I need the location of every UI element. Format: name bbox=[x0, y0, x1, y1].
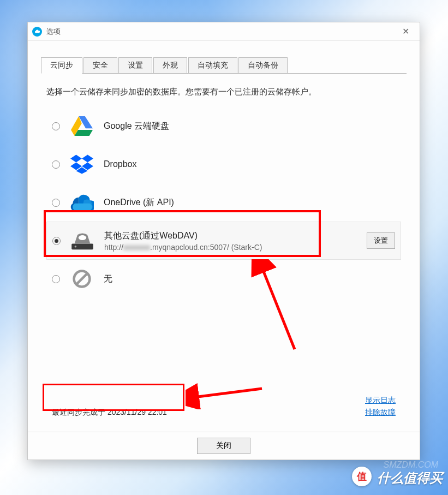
dialog-content: 云同步 安全 设置 外观 自动填充 自动备份 选择一个云储存来同步加密的数据库。… bbox=[28, 41, 420, 432]
titlebar: 选项 ✕ bbox=[28, 22, 420, 41]
option-onedrive[interactable]: OneDrive (新 API) bbox=[46, 183, 401, 222]
watermark-faint: SMZDM.COM bbox=[384, 460, 438, 470]
radio-none[interactable] bbox=[52, 275, 60, 283]
tab-body: 选择一个云储存来同步加密的数据库。您需要有一个已注册的云储存帐户。 Google… bbox=[41, 74, 407, 432]
sync-status: 最近同步完成于 2023/11/29 22:01 bbox=[52, 408, 167, 418]
dropbox-icon bbox=[70, 153, 94, 175]
none-icon bbox=[70, 268, 94, 290]
radio-onedrive[interactable] bbox=[52, 199, 60, 207]
webdav-url: http://xxxxxxx.myqnapcloud.cn:5007/ (Sta… bbox=[104, 243, 357, 252]
option-label: Dropbox bbox=[104, 159, 396, 169]
svg-line-4 bbox=[76, 273, 87, 284]
svg-point-2 bbox=[79, 235, 86, 240]
option-label: 其他云盘(通过WebDAV) bbox=[104, 230, 357, 242]
tab-bar: 云同步 安全 设置 外观 自动填充 自动备份 bbox=[41, 57, 407, 74]
app-icon bbox=[32, 27, 42, 37]
close-button[interactable]: 关闭 bbox=[197, 438, 250, 454]
watermark-badge: 值 bbox=[352, 467, 372, 486]
tab-security[interactable]: 安全 bbox=[83, 57, 117, 73]
tab-autobackup[interactable]: 自动备份 bbox=[238, 57, 288, 73]
webdav-icon bbox=[70, 230, 94, 252]
radio-google-drive[interactable] bbox=[52, 122, 60, 130]
instruction-text: 选择一个云储存来同步加密的数据库。您需要有一个已注册的云储存帐户。 bbox=[46, 87, 401, 97]
footer-row: 最近同步完成于 2023/11/29 22:01 显示日志 排除故障 bbox=[46, 392, 401, 426]
tab-autofill[interactable]: 自动填充 bbox=[188, 57, 237, 73]
webdav-settings-button[interactable]: 设置 bbox=[367, 232, 395, 249]
tab-cloud-sync[interactable]: 云同步 bbox=[41, 57, 82, 74]
bottom-bar: 关闭 bbox=[28, 432, 420, 460]
option-dropbox[interactable]: Dropbox bbox=[46, 145, 401, 183]
option-label: OneDrive (新 API) bbox=[104, 197, 396, 208]
window-title: 选项 bbox=[46, 27, 396, 37]
tab-appearance[interactable]: 外观 bbox=[153, 57, 187, 73]
troubleshoot-link[interactable]: 排除故障 bbox=[365, 408, 396, 418]
tab-settings[interactable]: 设置 bbox=[118, 57, 152, 73]
option-none[interactable]: 无 bbox=[46, 260, 401, 298]
onedrive-icon bbox=[70, 192, 94, 213]
radio-dropbox[interactable] bbox=[52, 160, 60, 169]
close-icon[interactable]: ✕ bbox=[396, 24, 415, 39]
google-drive-icon bbox=[70, 115, 94, 137]
option-webdav[interactable]: 其他云盘(通过WebDAV) http://xxxxxxx.myqnapclou… bbox=[46, 222, 401, 260]
options-dialog: 选项 ✕ 云同步 安全 设置 外观 自动填充 自动备份 选择一个云储存来同步加密… bbox=[27, 22, 420, 460]
option-google-drive[interactable]: Google 云端硬盘 bbox=[46, 107, 401, 145]
option-label: Google 云端硬盘 bbox=[104, 121, 396, 132]
radio-webdav[interactable] bbox=[52, 237, 61, 245]
footer-links: 显示日志 排除故障 bbox=[365, 396, 396, 418]
cloud-options: Google 云端硬盘 Dropbox OneDrive (新 API) bbox=[46, 107, 401, 298]
watermark-text: 什么值得买 bbox=[377, 469, 443, 487]
svg-point-1 bbox=[75, 246, 77, 248]
option-label: 无 bbox=[104, 273, 396, 285]
show-log-link[interactable]: 显示日志 bbox=[365, 396, 396, 405]
